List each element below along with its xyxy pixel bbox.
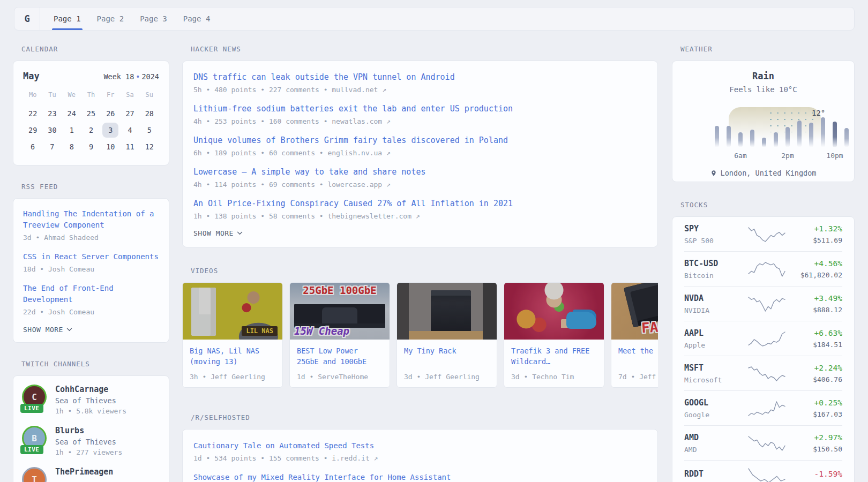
twitch-channel-row[interactable]: T LIVE ThePrimeagen (22, 467, 160, 482)
stock-change: +0.25% (786, 398, 842, 407)
video-thumbnail[interactable]: LIL NAS (183, 283, 282, 340)
twitch-channel-game: Sea of Thieves (55, 438, 122, 446)
rss-widget: Handling The Indentation of a Treeview C… (13, 198, 169, 343)
stock-name: Apple (684, 341, 747, 349)
calendar-day: 22 (25, 106, 41, 121)
video-card[interactable]: FAS Meet the Linux Clu 7d • Jeff Geerlin… (611, 282, 658, 388)
video-title[interactable]: Meet the Linux Clu (618, 345, 658, 356)
chevron-down-icon (237, 231, 243, 235)
video-thumbnail[interactable]: FAS (611, 283, 658, 340)
calendar-day: 24 (64, 106, 80, 121)
stock-row[interactable]: BTC-USD Bitcoin +4.56% $61,820.02 (684, 251, 842, 286)
weather-hour-bar (785, 127, 790, 147)
calendar-day: 3 (102, 123, 118, 138)
calendar-day-grid: 222324252627282930123456789101112 (23, 104, 159, 154)
page-tab[interactable]: Page 2 (89, 7, 132, 30)
stock-sparkline-chart (747, 261, 786, 277)
stock-sparkline-chart (747, 401, 786, 417)
rss-show-more-button[interactable]: SHOW MORE (23, 326, 159, 334)
calendar-day: 4 (122, 123, 138, 138)
rss-list: Handling The Indentation of a Treeview C… (23, 208, 159, 316)
show-more-label: SHOW MORE (23, 326, 63, 334)
calendar-week-number: Week 18 (103, 72, 134, 81)
stock-change: +6.63% (786, 329, 842, 337)
hacker-news-item: An Oil Price-Fixing Conspiracy Caused 27… (193, 198, 647, 220)
video-thumbnail[interactable] (397, 283, 497, 340)
video-title[interactable]: BEST Low Power 25GbE and 100GbE Switch… (297, 345, 383, 367)
hacker-news-item: Lowercase – A simple way to take and sha… (193, 167, 647, 189)
hacker-news-item-title[interactable]: Lowercase – A simple way to take and sha… (193, 167, 647, 178)
stock-row[interactable]: SPY S&P 500 +1.32% $511.69 (684, 217, 842, 251)
video-card[interactable]: Traefik 3 and FREE Wildcard… 3d • Techno… (504, 282, 604, 388)
stock-row[interactable]: MSFT Microsoft +2.24% $406.76 (684, 356, 842, 390)
weather-hour-bar (750, 130, 754, 147)
hacker-news-item: DNS traffic can leak outside the VPN tun… (193, 72, 647, 94)
stock-change: +3.49% (786, 294, 842, 303)
calendar-day: 1 (64, 123, 80, 138)
chevron-down-icon (66, 328, 72, 332)
selfhosted-item-title[interactable]: Cautionary Tale on Automated Speed Tests (193, 440, 647, 451)
twitch-channel-row[interactable]: B LIVE Blurbs Sea of Thieves 1h • 277 vi… (22, 426, 160, 458)
hacker-news-item-title[interactable]: DNS traffic can leak outside the VPN tun… (193, 72, 647, 83)
page-tab[interactable]: Page 4 (175, 7, 219, 30)
weather-condition: Rain (681, 71, 845, 81)
twitch-avatar-wrap: C LIVE (22, 385, 48, 417)
stocks-widget: SPY S&P 500 +1.32% $511.69 BTC-USD Bitco… (672, 216, 855, 482)
stocks-section: STOCKS SPY S&P 500 +1.32% $511.69 BTC-US… (672, 201, 855, 482)
video-thumbnail[interactable] (504, 283, 604, 340)
video-thumbnail[interactable]: 25GbE 100GbE 15W Cheap (290, 283, 390, 340)
stock-row[interactable]: RDDT -1.59% (684, 460, 842, 482)
video-meta: 3h • Jeff Geerling (190, 373, 275, 381)
calendar-section-label: CALENDAR (21, 45, 169, 54)
weather-location-row: London, United Kingdom (681, 169, 845, 177)
stock-price: $61,820.02 (786, 271, 842, 279)
thumbnail-dim-overlay (611, 283, 658, 340)
videos-section: VIDEOS LIL NAS Big NAS, Lil NAS (moving … (182, 267, 658, 388)
page-tab[interactable]: Page 3 (132, 7, 175, 30)
weather-hour-column (770, 102, 782, 147)
video-card[interactable]: 25GbE 100GbE 15W Cheap BEST Low Power 25… (289, 282, 390, 388)
calendar-weekday-label: Th (87, 91, 95, 103)
stock-price: $406.76 (786, 375, 842, 383)
rss-item-title[interactable]: The End of Front-End Development (23, 283, 159, 305)
weather-hour-bar (833, 122, 837, 147)
twitch-channel-meta: 1h • 277 viewers (55, 448, 122, 456)
videos-scroll-row[interactable]: LIL NAS Big NAS, Lil NAS (moving 13) 3h … (182, 282, 658, 388)
hacker-news-show-more-button[interactable]: SHOW MORE (193, 229, 647, 237)
hacker-news-item-meta: 6h • 189 points • 60 comments • english.… (193, 149, 647, 157)
stock-change: +1.32% (786, 224, 842, 233)
stock-values: +1.32% $511.69 (786, 224, 842, 244)
stock-row[interactable]: AMD AMD +2.97% $150.50 (684, 425, 842, 460)
stock-price: $184.51 (786, 341, 842, 349)
stock-sparkline-chart (747, 366, 786, 382)
stock-identity: SPY S&P 500 (684, 224, 747, 245)
stock-identity: NVDA NVIDIA (684, 293, 747, 314)
hacker-news-item-title[interactable]: Unique volumes of Brothers Grimm fairy t… (193, 135, 647, 146)
page-tab[interactable]: Page 1 (46, 7, 89, 30)
selfhosted-list: Cautionary Tale on Automated Speed Tests… (193, 440, 647, 482)
rss-item-meta: 18d • Josh Comeau (23, 265, 159, 273)
video-title[interactable]: My Tiny Rack (404, 345, 490, 356)
twitch-channel-row[interactable]: C LIVE CohhCarnage Sea of Thieves 1h • 5… (22, 385, 160, 417)
hacker-news-item-title[interactable]: An Oil Price-Fixing Conspiracy Caused 27… (193, 198, 647, 209)
video-card[interactable]: LIL NAS Big NAS, Lil NAS (moving 13) 3h … (182, 282, 283, 388)
rss-item-title[interactable]: Handling The Indentation of a Treeview C… (23, 208, 159, 231)
selfhosted-item-title[interactable]: Showcase of my Mixed Reality Interface f… (193, 472, 647, 482)
calendar-widget: May Week 18•2024 MoTuWeThFrSaSu 22232425… (13, 61, 169, 165)
thumbnail-dim-overlay (290, 283, 390, 340)
stock-symbol: GOOGL (684, 398, 747, 408)
video-title[interactable]: Traefik 3 and FREE Wildcard… (511, 345, 597, 367)
calendar-day: 11 (122, 139, 138, 154)
video-card[interactable]: My Tiny Rack 3d • Jeff Geerling (396, 282, 497, 388)
hacker-news-item-title[interactable]: Lithium-free sodium batteries exit the l… (193, 103, 647, 115)
page-tabs: Page 1Page 2Page 3Page 4 (46, 7, 218, 30)
avatar: T (22, 467, 47, 482)
weather-hour-column (841, 102, 852, 147)
video-title[interactable]: Big NAS, Lil NAS (moving 13) (190, 345, 275, 367)
twitch-section-label: TWITCH CHANNELS (21, 360, 169, 368)
weather-hour-label: 2pm (781, 152, 794, 160)
rss-item-title[interactable]: CSS in React Server Components (23, 251, 159, 262)
stock-row[interactable]: GOOGL Google +0.25% $167.03 (684, 390, 842, 425)
stock-row[interactable]: NVDA NVIDIA +3.49% $888.12 (684, 286, 842, 321)
stock-row[interactable]: AAPL Apple +6.63% $184.51 (684, 321, 842, 356)
